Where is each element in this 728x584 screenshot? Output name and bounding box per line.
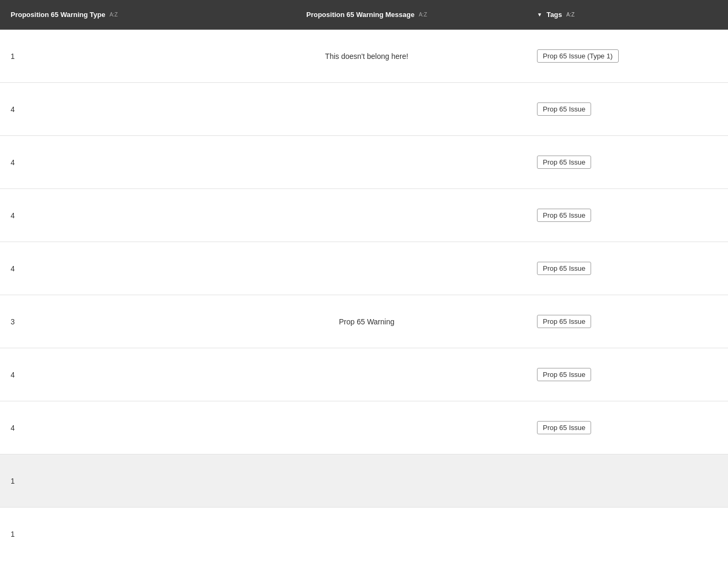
row-message-value: Prop 65 Warning xyxy=(207,307,526,337)
col-message-label: Proposition 65 Warning Message xyxy=(306,11,414,19)
row-type-value: 1 xyxy=(0,466,207,496)
row-tags-cell: Prop 65 Issue xyxy=(526,357,728,392)
row-type-value: 4 xyxy=(0,254,207,284)
col-tags-sort: A:Z xyxy=(566,12,575,18)
row-message-value xyxy=(207,364,526,385)
col-type-sort: A:Z xyxy=(109,12,118,18)
table-body: 1This doesn't belong here!Prop 65 Issue … xyxy=(0,30,728,561)
table-row[interactable]: 4Prop 65 Issue xyxy=(0,348,728,401)
tag-badge[interactable]: Prop 65 Issue xyxy=(537,421,591,434)
row-tags-cell xyxy=(526,523,728,545)
row-type-value: 4 xyxy=(0,201,207,230)
row-tags-cell: Prop 65 Issue xyxy=(526,410,728,445)
row-type-value: 4 xyxy=(0,360,207,390)
tag-badge[interactable]: Prop 65 Issue xyxy=(537,315,591,328)
row-message-value xyxy=(207,417,526,439)
col-message-header[interactable]: Proposition 65 Warning Message A:Z xyxy=(207,11,526,19)
table-row[interactable]: 1 xyxy=(0,508,728,561)
row-tags-cell: Prop 65 Issue xyxy=(526,198,728,233)
table-row[interactable]: 4Prop 65 Issue xyxy=(0,401,728,454)
row-message-value xyxy=(207,523,526,545)
row-type-value: 3 xyxy=(0,307,207,337)
table-row[interactable]: 3Prop 65 WarningProp 65 Issue xyxy=(0,295,728,348)
tag-badge[interactable]: Prop 65 Issue xyxy=(537,209,591,222)
row-type-value: 1 xyxy=(0,41,207,71)
table-row[interactable]: 4Prop 65 Issue xyxy=(0,83,728,136)
row-message-value xyxy=(207,205,526,226)
row-message-value: This doesn't belong here! xyxy=(207,41,526,71)
row-type-value: 4 xyxy=(0,413,207,443)
col-tags-label: Tags xyxy=(547,11,562,19)
row-tags-cell: Prop 65 Issue xyxy=(526,92,728,126)
row-type-value: 4 xyxy=(0,95,207,124)
col-message-sort: A:Z xyxy=(419,12,427,18)
col-type-label: Proposition 65 Warning Type xyxy=(11,11,105,19)
table-row[interactable]: 4Prop 65 Issue xyxy=(0,242,728,295)
table-row[interactable]: 4Prop 65 Issue xyxy=(0,189,728,242)
tags-sort-arrow: ▼ xyxy=(537,12,542,18)
col-tags-header[interactable]: ▼ Tags A:Z xyxy=(526,11,728,19)
row-message-value xyxy=(207,470,526,492)
tag-badge[interactable]: Prop 65 Issue xyxy=(537,368,591,381)
row-tags-cell: Prop 65 Issue xyxy=(526,304,728,339)
row-type-value: 4 xyxy=(0,148,207,177)
table-container: Proposition 65 Warning Type A:Z Proposit… xyxy=(0,0,728,584)
row-message-value xyxy=(207,258,526,279)
row-tags-cell: Prop 65 Issue (Type 1) xyxy=(526,39,728,73)
table-header: Proposition 65 Warning Type A:Z Proposit… xyxy=(0,0,728,30)
col-type-header[interactable]: Proposition 65 Warning Type A:Z xyxy=(0,11,207,19)
tag-badge[interactable]: Prop 65 Issue xyxy=(537,156,591,169)
row-tags-cell xyxy=(526,470,728,492)
table-row[interactable]: 1This doesn't belong here!Prop 65 Issue … xyxy=(0,30,728,83)
tag-badge[interactable]: Prop 65 Issue xyxy=(537,262,591,275)
row-message-value xyxy=(207,152,526,173)
tag-badge[interactable]: Prop 65 Issue xyxy=(537,102,591,116)
row-tags-cell: Prop 65 Issue xyxy=(526,251,728,286)
table-row[interactable]: 1 xyxy=(0,454,728,508)
table-row[interactable]: 4Prop 65 Issue xyxy=(0,136,728,189)
row-type-value: 1 xyxy=(0,519,207,549)
row-message-value xyxy=(207,99,526,120)
row-tags-cell: Prop 65 Issue xyxy=(526,145,728,179)
tag-badge[interactable]: Prop 65 Issue (Type 1) xyxy=(537,49,619,63)
